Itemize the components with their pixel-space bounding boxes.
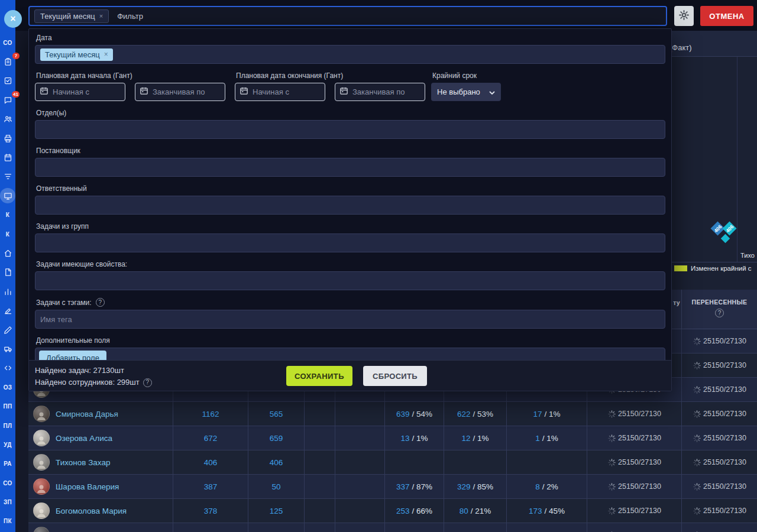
reset-button[interactable]: СБРОСИТЬ — [363, 366, 427, 386]
ratio-cell[interactable]: 639 / 54% — [385, 402, 444, 426]
value-cell[interactable]: 50 — [248, 475, 305, 498]
ratio-cell[interactable]: 622 / 53% — [444, 402, 507, 426]
chip-remove-icon[interactable]: × — [104, 50, 108, 59]
help-icon[interactable]: ? — [143, 378, 152, 387]
assigner-input[interactable] — [35, 158, 665, 177]
help-icon[interactable]: ? — [715, 309, 724, 317]
sidebar-item-pen[interactable] — [0, 320, 15, 339]
ratio-cell[interactable] — [444, 523, 507, 532]
ratio-cell[interactable]: 1 / 1% — [507, 426, 587, 450]
employee-name[interactable]: Озерова Алиса — [56, 434, 112, 443]
sidebar-item-home[interactable] — [0, 244, 15, 262]
sidebar-item-check[interactable] — [0, 72, 15, 90]
plan-start-to-input[interactable] — [135, 83, 225, 101]
value-cell[interactable]: 378 — [173, 499, 248, 523]
date-filter-input[interactable]: Текущий месяц × — [35, 45, 665, 64]
date-chip[interactable]: Текущий месяц × — [40, 48, 113, 61]
close-sidebar-button[interactable]: × — [4, 10, 22, 28]
value-cell[interactable]: 672 — [173, 426, 248, 450]
ratio-cell[interactable] — [507, 523, 587, 532]
value-cell[interactable]: 1162 — [173, 402, 248, 426]
value-cell[interactable]: 406 — [173, 450, 248, 474]
table-row[interactable]: Богомолова Мария378125253 / 66%80 / 21%1… — [28, 499, 757, 523]
employee-name[interactable]: Смирнова Дарья — [56, 410, 118, 419]
value-cell[interactable]: 565 — [248, 402, 305, 426]
task-groups-input[interactable] — [35, 233, 665, 252]
ratio-cell[interactable] — [444, 450, 507, 474]
employee-cell[interactable]: Смирнова Дарья — [28, 402, 173, 426]
sidebar-item-truck[interactable] — [0, 339, 15, 358]
table-row[interactable]: Озерова Алиса67265913 / 1%12 / 1%1 / 1% … — [28, 426, 757, 450]
sidebar-item-so[interactable]: СО — [0, 33, 15, 52]
ratio-cell[interactable]: 253 / 66% — [385, 499, 444, 523]
responsible-input[interactable] — [35, 196, 665, 215]
ratio-cell[interactable]: 80 / 21% — [444, 499, 507, 523]
employee-cell[interactable]: Богомолова Мария — [28, 499, 173, 523]
value-cell[interactable]: 659 — [248, 426, 305, 450]
plan-start-to-field[interactable] — [153, 87, 218, 96]
table-row[interactable]: Тихонов Захар406406 25150/27130 25150/27… — [28, 450, 757, 475]
plan-end-to-field[interactable] — [352, 87, 418, 96]
sidebar-item-filter[interactable] — [0, 167, 15, 186]
employee-cell[interactable]: Озерова Алиса — [28, 426, 173, 450]
sidebar-item-zp[interactable]: ЗП — [0, 492, 15, 511]
chip-remove-icon[interactable]: × — [99, 12, 103, 20]
sidebar-item-users[interactable] — [0, 110, 15, 129]
sidebar-item-edit[interactable] — [0, 301, 15, 320]
sidebar-item-so2[interactable]: СО — [0, 473, 15, 492]
sidebar-item-oz[interactable]: ОЗ — [0, 378, 15, 397]
employee-name[interactable]: Тихонов Захар — [56, 458, 110, 467]
sidebar-item-monitor[interactable] — [0, 186, 15, 205]
employee-name[interactable]: Шарова Валерия — [56, 482, 119, 491]
help-icon[interactable]: ? — [96, 298, 105, 307]
sidebar-item-clipboard[interactable]: 7 — [0, 52, 15, 71]
employee-cell[interactable]: Шарова Валерия — [28, 475, 173, 498]
sidebar-item-chat[interactable]: 41 — [0, 90, 15, 109]
ratio-cell[interactable]: 12 / 1% — [444, 426, 507, 450]
sidebar-item-chart[interactable] — [0, 282, 15, 301]
ratio-cell[interactable] — [385, 523, 444, 532]
filter-chip[interactable]: Текущий месяц × — [34, 9, 109, 23]
value-cell[interactable] — [173, 523, 248, 532]
gantt-milestone[interactable]: 406 — [722, 221, 736, 235]
employee-cell[interactable]: Тихонов Захар — [28, 450, 173, 474]
settings-button[interactable] — [674, 6, 694, 26]
table-row[interactable]: 25150/27130 25150/27130 — [28, 523, 757, 532]
ratio-cell[interactable] — [507, 450, 587, 474]
plan-end-from-field[interactable] — [253, 87, 318, 96]
employee-name[interactable]: Богомолова Мария — [56, 507, 127, 515]
value-cell[interactable]: 387 — [173, 475, 248, 498]
sidebar-item-pk[interactable]: ПК — [0, 512, 15, 531]
filter-search-input[interactable]: Текущий месяц × Фильтр — [28, 6, 667, 26]
ratio-cell[interactable]: 17 / 1% — [507, 402, 587, 426]
value-cell[interactable] — [248, 523, 305, 532]
tag-name-input[interactable] — [35, 310, 665, 329]
sidebar-item-pl[interactable]: ПЛ — [0, 416, 15, 435]
ratio-cell[interactable]: 13 / 1% — [385, 426, 444, 450]
sidebar-item-printer[interactable] — [0, 129, 15, 148]
ratio-cell[interactable]: 173 / 45% — [507, 499, 587, 523]
table-row[interactable]: Смирнова Дарья1162565639 / 54%622 / 53%1… — [28, 402, 757, 426]
plan-start-from-field[interactable] — [53, 87, 118, 96]
employee-cell[interactable] — [28, 523, 173, 532]
task-props-input[interactable] — [35, 271, 665, 290]
value-cell[interactable]: 406 — [248, 450, 305, 474]
sidebar-item-ud[interactable]: УД — [0, 435, 15, 454]
deadline-select[interactable]: Не выбрано — [431, 83, 501, 101]
save-button[interactable]: СОХРАНИТЬ — [286, 366, 352, 386]
plan-start-from-input[interactable] — [35, 83, 125, 101]
sidebar-item-pp[interactable]: ПП — [0, 397, 15, 416]
departments-input[interactable] — [35, 120, 665, 139]
ratio-cell[interactable]: 329 / 85% — [444, 475, 507, 498]
sidebar-item-ra[interactable]: РА — [0, 455, 15, 473]
value-cell[interactable]: 125 — [248, 499, 305, 523]
sidebar-item-k2[interactable]: К — [0, 225, 15, 244]
gantt-milestone[interactable] — [721, 234, 730, 244]
sidebar-item-document[interactable] — [0, 263, 15, 282]
ratio-cell[interactable] — [385, 450, 444, 474]
cancel-button[interactable]: ОТМЕНА — [700, 6, 753, 26]
sidebar-item-k1[interactable]: К — [0, 206, 15, 225]
plan-end-from-input[interactable] — [235, 83, 325, 101]
sidebar-item-calendar[interactable] — [0, 148, 15, 167]
ratio-cell[interactable]: 8 / 2% — [507, 475, 587, 498]
